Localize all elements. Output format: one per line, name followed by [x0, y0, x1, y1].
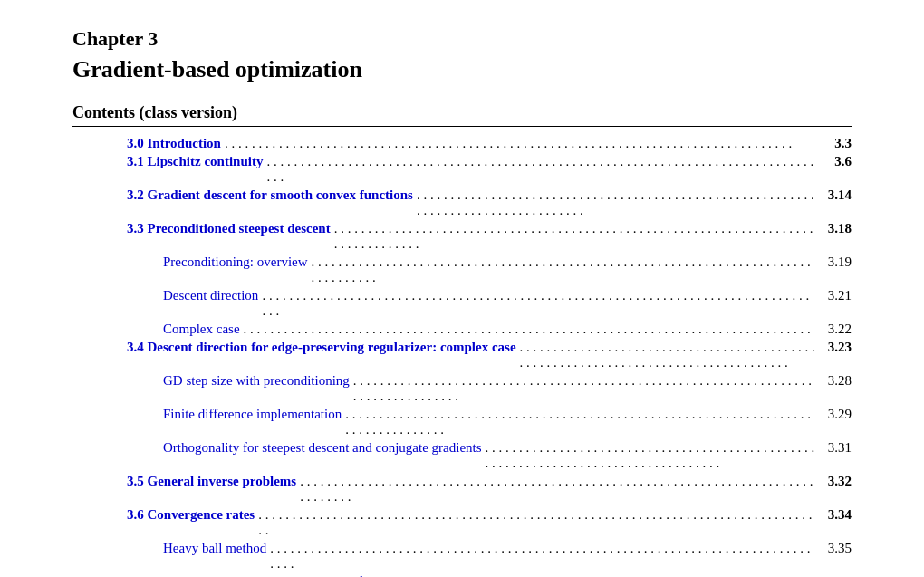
toc-label: Finite difference implementation — [163, 407, 342, 422]
toc-page: 3.32 — [819, 474, 852, 489]
toc-dots: . . . . . . . . . . . . . . . . . . . . … — [397, 574, 815, 578]
toc-dots: . . . . . . . . . . . . . . . . . . . . … — [353, 373, 815, 404]
toc-label: 3.1 Lipschitz continuity — [127, 154, 263, 169]
toc-page: 3.14 — [819, 188, 852, 203]
toc-label: Complex case — [163, 322, 240, 337]
toc-label: 3.4 Descent direction for edge-preservin… — [127, 340, 516, 355]
toc-label: Descent direction — [163, 288, 258, 303]
toc-dots: . . . . . . . . . . . . . . . . . . . . … — [270, 541, 815, 572]
toc-page: 3.3 — [819, 136, 852, 151]
toc-row[interactable]: Heavy ball method . . . . . . . . . . . … — [72, 539, 852, 572]
toc-dots: . . . . . . . . . . . . . . . . . . . . … — [312, 255, 815, 285]
toc-row[interactable]: Complex case . . . . . . . . . . . . . .… — [72, 320, 852, 338]
toc-row[interactable]: Orthogonality for steepest descent and c… — [72, 438, 852, 472]
toc-page: 3.18 — [819, 221, 852, 236]
toc-label: Generalized convergence analysis of PGD — [163, 574, 393, 578]
toc-row[interactable]: 3.4 Descent direction for edge-preservin… — [72, 338, 852, 371]
toc-dots: . . . . . . . . . . . . . . . . . . . . … — [520, 340, 815, 370]
toc-page: 3.31 — [819, 440, 852, 456]
toc-row[interactable]: 3.6 Convergence rates . . . . . . . . . … — [72, 505, 852, 539]
toc-page: 3.23 — [819, 340, 852, 355]
toc-dots: . . . . . . . . . . . . . . . . . . . . … — [262, 288, 815, 319]
toc-label: Heavy ball method — [163, 541, 266, 556]
contents-header: Contents (class version) — [72, 103, 852, 127]
toc-row[interactable]: Descent direction . . . . . . . . . . . … — [72, 286, 852, 320]
toc-label: 3.0 Introduction — [127, 136, 221, 151]
toc-row[interactable]: Generalized convergence analysis of PGD … — [72, 572, 852, 577]
toc-dots: . . . . . . . . . . . . . . . . . . . . … — [225, 136, 815, 151]
toc-row[interactable]: 3.3 Preconditioned steepest descent . . … — [72, 219, 852, 253]
toc-dots: . . . . . . . . . . . . . . . . . . . . … — [266, 154, 815, 185]
toc-row[interactable]: 3.1 Lipschitz continuity . . . . . . . .… — [72, 152, 852, 186]
toc-page: 3.6 — [819, 154, 852, 169]
toc-page: 3.29 — [819, 407, 852, 422]
toc-label: 3.6 Convergence rates — [127, 507, 255, 523]
toc-page: 3.35 — [819, 541, 852, 556]
toc-row[interactable]: 3.2 Gradient descent for smooth convex f… — [72, 186, 852, 219]
toc-page: 3.28 — [819, 373, 852, 389]
toc-label: 3.3 Preconditioned steepest descent — [127, 221, 331, 236]
toc-page: 3.19 — [819, 255, 852, 270]
toc-label: Preconditioning: overview — [163, 255, 308, 270]
toc-page: 3.34 — [819, 507, 852, 523]
toc-dots: . . . . . . . . . . . . . . . . . . . . … — [345, 407, 815, 438]
toc-table: 3.0 Introduction . . . . . . . . . . . .… — [72, 134, 852, 577]
toc-page: 3.38 — [819, 574, 852, 578]
chapter-label: Chapter 3 — [72, 27, 852, 51]
toc-dots: . . . . . . . . . . . . . . . . . . . . … — [486, 440, 815, 471]
toc-row[interactable]: Finite difference implementation . . . .… — [72, 405, 852, 438]
toc-row[interactable]: 3.0 Introduction . . . . . . . . . . . .… — [72, 134, 852, 152]
toc-label: Orthogonality for steepest descent and c… — [163, 440, 482, 456]
toc-dots: . . . . . . . . . . . . . . . . . . . . … — [417, 188, 815, 218]
toc-page: 3.21 — [819, 288, 852, 303]
chapter-title: Gradient-based optimization — [72, 56, 852, 83]
toc-label: GD step size with preconditioning — [163, 373, 350, 389]
toc-label: 3.5 General inverse problems — [127, 474, 296, 489]
toc-row[interactable]: GD step size with preconditioning . . . … — [72, 371, 852, 405]
toc-dots: . . . . . . . . . . . . . . . . . . . . … — [334, 221, 815, 252]
toc-dots: . . . . . . . . . . . . . . . . . . . . … — [244, 322, 815, 337]
toc-row[interactable]: 3.5 General inverse problems . . . . . .… — [72, 472, 852, 505]
toc-dots: . . . . . . . . . . . . . . . . . . . . … — [300, 474, 815, 505]
toc-dots: . . . . . . . . . . . . . . . . . . . . … — [258, 507, 815, 538]
toc-label: 3.2 Gradient descent for smooth convex f… — [127, 188, 413, 203]
toc-row[interactable]: Preconditioning: overview . . . . . . . … — [72, 253, 852, 286]
toc-page: 3.22 — [819, 322, 852, 337]
